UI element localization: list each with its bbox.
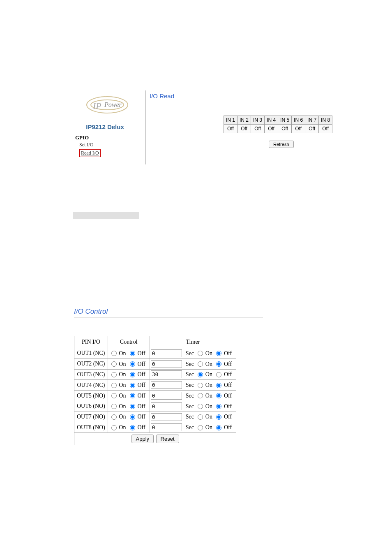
col-header-control: Control: [108, 336, 150, 348]
sec-label: Sec: [186, 424, 194, 430]
io-read-header: IN 2: [238, 116, 251, 125]
table-row: OUT7 (NO) On OffSec On Off: [74, 412, 236, 422]
timer-value-cell: [150, 391, 183, 401]
io-read-header-row: IN 1 IN 2 IN 3 IN 4 IN 5 IN 6 IN 7 IN 8: [224, 116, 332, 125]
timer-input[interactable]: [151, 349, 182, 357]
svg-text:IP: IP: [92, 101, 101, 111]
nav-link-read-io[interactable]: Read I/O: [79, 149, 101, 157]
control-off-radio[interactable]: [130, 425, 135, 430]
nav-section: GPIO Set I/O Read I/O: [75, 134, 137, 158]
control-on-radio[interactable]: [111, 351, 117, 356]
timer-off-radio[interactable]: [216, 372, 221, 377]
control-on-radio[interactable]: [111, 383, 117, 388]
table-header-row: PIN I/O Control Timer: [74, 336, 236, 348]
timer-input[interactable]: [151, 392, 182, 400]
timer-off-radio[interactable]: [216, 425, 221, 430]
timer-radio-cell: Sec On Off: [183, 380, 236, 391]
timer-value-cell: [150, 412, 183, 422]
io-read-value: Off: [292, 125, 305, 133]
control-off-radio[interactable]: [130, 393, 135, 398]
sec-label: Sec: [186, 414, 194, 420]
timer-on-radio[interactable]: [198, 414, 203, 420]
timer-input[interactable]: [151, 381, 182, 389]
pin-label: OUT7 (NO): [74, 412, 108, 422]
on-label: On: [205, 382, 212, 388]
pin-label: OUT5 (NO): [74, 391, 108, 401]
on-label: On: [119, 382, 126, 388]
timer-radio-cell: Sec On Off: [183, 358, 236, 369]
control-off-radio[interactable]: [130, 361, 135, 367]
timer-off-radio[interactable]: [216, 383, 221, 388]
timer-input[interactable]: [151, 413, 182, 421]
timer-on-radio[interactable]: [198, 372, 203, 377]
control-off-radio[interactable]: [130, 372, 135, 377]
pin-label: OUT1 (NC): [74, 348, 108, 359]
product-name: IP9212 Delux: [73, 123, 137, 130]
timer-off-radio[interactable]: [216, 351, 221, 356]
timer-off-radio[interactable]: [216, 393, 221, 398]
control-cell: On Off: [108, 391, 150, 401]
on-label: On: [119, 361, 126, 367]
control-off-radio[interactable]: [130, 383, 135, 388]
on-label: On: [119, 424, 126, 430]
timer-radio-cell: Sec On Off: [183, 401, 236, 412]
table-row: OUT6 (NO) On OffSec On Off: [74, 401, 236, 412]
timer-value-cell: [150, 422, 183, 433]
control-on-radio[interactable]: [111, 425, 117, 430]
col-header-pin: PIN I/O: [74, 336, 108, 348]
io-read-value-row: Off Off Off Off Off Off Off Off: [224, 125, 332, 133]
sec-label: Sec: [186, 371, 194, 377]
off-label: Off: [224, 403, 232, 409]
timer-on-radio[interactable]: [198, 361, 203, 367]
timer-radio-cell: Sec On Off: [183, 348, 236, 359]
table-row: OUT1 (NC) On OffSec On Off: [74, 348, 236, 359]
pin-label: OUT2 (NC): [74, 358, 108, 369]
control-on-radio[interactable]: [111, 414, 117, 420]
nav-link-set-io[interactable]: Set I/O: [79, 142, 137, 148]
timer-off-radio[interactable]: [216, 404, 221, 409]
timer-off-radio[interactable]: [216, 361, 221, 367]
timer-input[interactable]: [151, 402, 182, 410]
timer-on-radio[interactable]: [198, 404, 203, 409]
nav-header-gpio: GPIO: [75, 134, 137, 141]
control-on-radio[interactable]: [111, 372, 117, 377]
control-on-radio[interactable]: [111, 361, 117, 367]
control-cell: On Off: [108, 380, 150, 391]
table-footer-row: Apply Reset: [74, 433, 236, 445]
timer-on-radio[interactable]: [198, 425, 203, 430]
timer-on-radio[interactable]: [198, 351, 203, 356]
on-label: On: [119, 403, 126, 409]
vertical-divider: [145, 90, 145, 164]
control-off-radio[interactable]: [130, 404, 135, 409]
pin-label: OUT4 (NC): [74, 380, 108, 391]
io-read-header: IN 7: [305, 116, 319, 125]
control-on-radio[interactable]: [111, 393, 117, 398]
control-off-radio[interactable]: [130, 414, 135, 420]
control-cell: On Off: [108, 401, 150, 412]
io-read-header: IN 8: [319, 116, 332, 125]
timer-off-radio[interactable]: [216, 414, 221, 420]
pin-label: OUT6 (NO): [74, 401, 108, 412]
timer-value-cell: [150, 358, 183, 369]
timer-on-radio[interactable]: [198, 383, 203, 388]
refresh-button[interactable]: Refresh: [269, 141, 294, 148]
io-read-header: IN 3: [251, 116, 265, 125]
io-read-value: Off: [319, 125, 332, 133]
apply-button[interactable]: Apply: [131, 435, 154, 443]
on-label: On: [119, 393, 126, 399]
off-label: Off: [137, 403, 145, 409]
timer-on-radio[interactable]: [198, 393, 203, 398]
off-label: Off: [137, 371, 145, 377]
table-row: OUT2 (NC) On OffSec On Off: [74, 358, 236, 369]
timer-input[interactable]: [151, 423, 182, 431]
timer-input[interactable]: [151, 370, 182, 378]
io-read-header: IN 5: [278, 116, 292, 125]
io-read-title: I/O Read: [150, 92, 392, 99]
off-label: Off: [137, 361, 145, 367]
title-underline: [150, 101, 343, 101]
reset-button[interactable]: Reset: [156, 435, 179, 443]
timer-input[interactable]: [151, 360, 182, 368]
control-on-radio[interactable]: [111, 404, 117, 409]
pin-label: OUT3 (NC): [74, 369, 108, 380]
control-off-radio[interactable]: [130, 351, 135, 356]
